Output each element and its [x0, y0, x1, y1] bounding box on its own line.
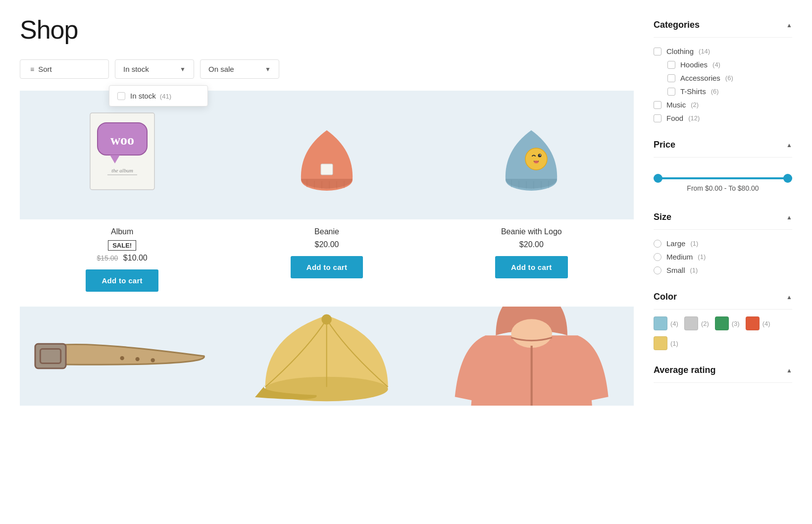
color-swatch-gray[interactable]: (2): [684, 316, 709, 330]
swatch-blue[interactable]: [654, 316, 667, 330]
price-beanie-logo: $20.00: [429, 240, 634, 249]
in-stock-option[interactable]: In stock (41): [117, 92, 200, 100]
category-food[interactable]: Food (12): [654, 111, 792, 125]
size-medium[interactable]: Medium (1): [654, 250, 792, 263]
category-accessories-checkbox[interactable]: [667, 74, 675, 82]
size-medium-count: (1): [698, 253, 706, 261]
price-single-beanie: $20.00: [315, 240, 339, 249]
swatch-gray[interactable]: [684, 316, 698, 330]
swatch-green[interactable]: [715, 316, 729, 330]
size-collapse-icon[interactable]: ▲: [786, 214, 792, 221]
category-tshirts-checkbox[interactable]: [667, 88, 675, 96]
size-title: Size: [654, 212, 671, 222]
add-to-cart-album[interactable]: Add to cart: [86, 269, 158, 292]
dropdown-arrow-icon: ▼: [180, 66, 186, 73]
on-sale-label: On sale: [208, 65, 234, 73]
on-sale-dropdown[interactable]: On sale ▼: [200, 59, 279, 79]
category-music-label: Music: [666, 101, 686, 109]
sort-label: Sort: [38, 65, 52, 73]
rating-collapse-icon[interactable]: ▲: [786, 367, 792, 374]
swatch-blue-count: (4): [670, 320, 678, 327]
svg-point-15: [525, 148, 547, 170]
color-swatch-green[interactable]: (3): [715, 316, 740, 330]
category-accessories-count: (6): [725, 74, 733, 82]
svg-point-17: [540, 155, 541, 156]
price-header: Price ▲: [654, 140, 792, 157]
category-clothing[interactable]: Clothing (14): [654, 45, 792, 58]
category-accessories[interactable]: Accessories (6): [654, 71, 792, 85]
sale-badge-album: SALE!: [108, 240, 136, 251]
category-music[interactable]: Music (2): [654, 98, 792, 111]
in-stock-option-label: In stock (41): [130, 92, 171, 100]
add-to-cart-beanie[interactable]: Add to cart: [291, 256, 363, 278]
bottom-product-belt: [20, 307, 224, 406]
size-small[interactable]: Small (1): [654, 263, 792, 277]
toolbar: ≡ Sort In stock ▼ On sale ▼ In stock (41…: [20, 59, 634, 79]
color-swatch-blue[interactable]: (4): [654, 316, 678, 330]
category-hoodies-count: (4): [712, 61, 720, 68]
category-accessories-label: Accessories: [680, 74, 720, 82]
category-hoodies-checkbox[interactable]: [667, 61, 675, 69]
svg-point-18: [534, 160, 539, 163]
rating-title: Average rating: [654, 365, 715, 375]
add-to-cart-beanie-logo[interactable]: Add to cart: [495, 256, 567, 278]
size-radio-large[interactable]: [654, 240, 661, 248]
category-hoodies[interactable]: Hoodies (4): [654, 58, 792, 71]
rating-section: Average rating ▲: [654, 365, 792, 383]
products-grid: woo the album Album SALE! $15.00 $10.00 …: [20, 91, 634, 307]
product-card-beanie: Beanie $20.00 Add to cart: [224, 91, 429, 307]
price-title: Price: [654, 140, 675, 150]
category-music-checkbox[interactable]: [654, 101, 661, 109]
sort-button[interactable]: ≡ Sort: [20, 59, 109, 79]
product-card-beanie-logo: Beanie with Logo $20.00 Add to cart: [429, 91, 634, 307]
category-tshirts-count: (6): [711, 88, 719, 95]
price-section: Price ▲ From $0.00 - To $80.00: [654, 140, 792, 197]
bottom-image-belt: [20, 307, 224, 406]
size-large[interactable]: Large (1): [654, 237, 792, 250]
svg-rect-7: [321, 164, 333, 175]
price-slider[interactable]: From $0.00 - To $80.00: [654, 164, 792, 197]
in-stock-dropdown[interactable]: In stock ▼: [115, 59, 194, 79]
category-food-checkbox[interactable]: [654, 114, 661, 122]
main-content: Shop ≡ Sort In stock ▼ On sale ▼ In stoc…: [20, 15, 634, 406]
category-hoodies-label: Hoodies: [680, 60, 708, 69]
size-radio-small[interactable]: [654, 266, 661, 274]
size-large-label: Large: [666, 239, 685, 248]
swatch-gray-count: (2): [701, 320, 709, 327]
size-medium-label: Medium: [666, 253, 693, 261]
bottom-product-cap: [224, 307, 429, 406]
price-beanie: $20.00: [224, 240, 429, 249]
categories-collapse-icon[interactable]: ▲: [786, 22, 792, 29]
category-music-count: (2): [691, 101, 699, 108]
size-small-count: (1): [690, 266, 698, 274]
svg-text:the album: the album: [111, 167, 133, 173]
category-tshirts[interactable]: T-Shirts (6): [654, 85, 792, 98]
product-image-beanie-logo: [429, 91, 634, 219]
color-swatch-orange[interactable]: (4): [746, 316, 770, 330]
svg-point-27: [120, 356, 124, 360]
price-collapse-icon[interactable]: ▲: [786, 142, 792, 149]
price-single-beanie-logo: $20.00: [519, 240, 544, 249]
swatch-yellow[interactable]: [654, 336, 667, 350]
color-collapse-icon[interactable]: ▲: [786, 294, 792, 301]
category-clothing-checkbox[interactable]: [654, 48, 661, 55]
color-title: Color: [654, 292, 677, 302]
svg-point-28: [136, 357, 140, 361]
svg-text:woo: woo: [110, 132, 134, 148]
size-radio-medium[interactable]: [654, 253, 661, 261]
size-section: Size ▲ Large (1) Medium (1) Small (1): [654, 212, 792, 277]
color-header: Color ▲: [654, 292, 792, 310]
slider-thumb-max[interactable]: [783, 174, 792, 183]
categories-header: Categories ▲: [654, 20, 792, 38]
price-new-album: $10.00: [123, 254, 148, 262]
size-small-label: Small: [666, 266, 685, 274]
in-stock-checkbox[interactable]: [117, 92, 125, 100]
swatch-orange[interactable]: [746, 316, 760, 330]
slider-thumb-min[interactable]: [654, 174, 662, 183]
color-swatch-yellow[interactable]: (1): [654, 336, 678, 350]
product-image-beanie: [224, 91, 429, 219]
price-old-album: $15.00: [97, 254, 118, 262]
svg-point-16: [538, 154, 542, 157]
slider-track: [654, 177, 792, 179]
dropdown-arrow-icon-2: ▼: [265, 66, 271, 73]
